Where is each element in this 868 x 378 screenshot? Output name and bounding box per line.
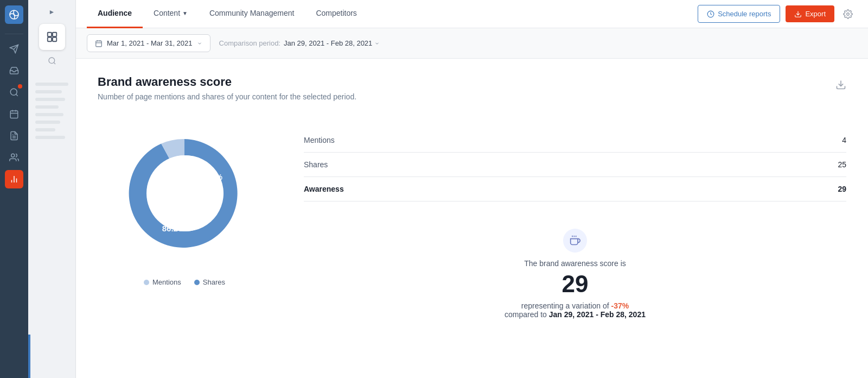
tab-audience[interactable]: Audience bbox=[87, 0, 143, 28]
search-icon[interactable] bbox=[43, 52, 61, 70]
mentions-stat-row: Mentions 4 bbox=[304, 128, 846, 153]
svg-line-4 bbox=[16, 94, 17, 96]
donut-chart: 13.8% 86.2% bbox=[108, 117, 260, 269]
awareness-variation: representing a variation of -37% bbox=[315, 301, 835, 310]
shares-legend: Shares bbox=[194, 278, 225, 286]
send-icon[interactable] bbox=[5, 40, 23, 58]
donut-chart-container: 13.8% 86.2% Mentions Shares bbox=[98, 117, 271, 286]
svg-point-3 bbox=[10, 89, 17, 95]
schedule-reports-button[interactable]: Schedule reports bbox=[698, 5, 780, 23]
profile-page-icon[interactable] bbox=[39, 24, 65, 50]
filter-bar: Mar 1, 2021 - Mar 31, 2021 Comparison pe… bbox=[76, 28, 868, 59]
comparison-period: Comparison period: Jan 29, 2021 - Feb 28… bbox=[219, 39, 380, 47]
awareness-stat-row: Awareness 29 bbox=[304, 177, 846, 201]
awareness-score-label: The brand awareness score is bbox=[315, 259, 835, 268]
donut-legend: Mentions Shares bbox=[144, 278, 225, 286]
donut-center bbox=[146, 155, 222, 231]
calendar-filter-icon bbox=[95, 40, 103, 47]
svg-point-19 bbox=[49, 58, 55, 64]
date-picker-chevron-icon bbox=[197, 41, 202, 46]
export-button[interactable]: Export bbox=[786, 5, 834, 22]
export-icon bbox=[794, 10, 802, 18]
awareness-icon bbox=[563, 229, 587, 253]
expand-chevron[interactable]: ► bbox=[46, 5, 59, 18]
date-range-picker[interactable]: Mar 1, 2021 - Mar 31, 2021 bbox=[87, 34, 210, 52]
content-wrapper: Brand awareness score Number of page men… bbox=[98, 75, 846, 330]
section-subtitle: Number of page mentions and shares of yo… bbox=[98, 92, 356, 101]
blue-accent-bar bbox=[28, 335, 30, 378]
svg-rect-17 bbox=[47, 37, 51, 41]
content-area: Brand awareness score Number of page men… bbox=[76, 59, 868, 378]
reports-icon[interactable] bbox=[5, 127, 23, 145]
tab-content[interactable]: Content ▼ bbox=[143, 0, 199, 28]
download-button[interactable] bbox=[835, 79, 846, 92]
main-area: Audience Content ▼ Community Management … bbox=[76, 0, 868, 378]
section-title: Brand awareness score bbox=[98, 75, 356, 89]
tab-community-management[interactable]: Community Management bbox=[199, 0, 305, 28]
chart-area: 13.8% 86.2% Mentions Shares bbox=[98, 117, 846, 330]
awareness-comparison: compared to Jan 29, 2021 - Feb 28, 2021 bbox=[315, 310, 835, 319]
svg-rect-16 bbox=[52, 33, 56, 36]
schedule-icon bbox=[707, 10, 714, 18]
svg-rect-18 bbox=[52, 37, 56, 41]
svg-point-23 bbox=[847, 12, 850, 15]
comparison-chevron-icon bbox=[374, 41, 380, 46]
inbox-icon[interactable] bbox=[5, 61, 23, 80]
analytics-icon[interactable] bbox=[5, 170, 23, 188]
mentions-legend: Mentions bbox=[144, 278, 181, 286]
content-chevron-icon: ▼ bbox=[182, 10, 188, 16]
svg-rect-5 bbox=[10, 111, 18, 118]
svg-rect-24 bbox=[96, 41, 102, 47]
settings-button[interactable] bbox=[839, 5, 857, 23]
awareness-summary: The brand awareness score is 29 represen… bbox=[304, 218, 846, 330]
awareness-score-value: 29 bbox=[315, 271, 835, 297]
users-icon[interactable] bbox=[5, 148, 23, 167]
top-navigation: Audience Content ▼ Community Management … bbox=[76, 0, 868, 28]
mentions-legend-dot bbox=[144, 280, 149, 285]
shares-legend-dot bbox=[194, 280, 200, 285]
sidebar-light: ► bbox=[28, 0, 76, 378]
calendar-icon[interactable] bbox=[5, 105, 23, 123]
shares-pct-label: 86.2% bbox=[162, 224, 186, 233]
svg-point-11 bbox=[11, 154, 15, 157]
svg-rect-15 bbox=[47, 33, 51, 36]
svg-line-20 bbox=[54, 62, 55, 64]
social-search-icon[interactable] bbox=[5, 83, 23, 102]
shares-stat-row: Shares 25 bbox=[304, 153, 846, 177]
comparison-date-link[interactable]: Jan 29, 2021 - Feb 28, 2021 bbox=[284, 39, 380, 47]
tab-competitors[interactable]: Competitors bbox=[305, 0, 367, 28]
sidebar-dark bbox=[0, 0, 28, 378]
mentions-pct-label: 13.8% bbox=[201, 173, 222, 181]
logo-icon[interactable] bbox=[5, 5, 23, 24]
stats-panel: Mentions 4 Shares 25 Awareness 29 bbox=[304, 117, 846, 330]
